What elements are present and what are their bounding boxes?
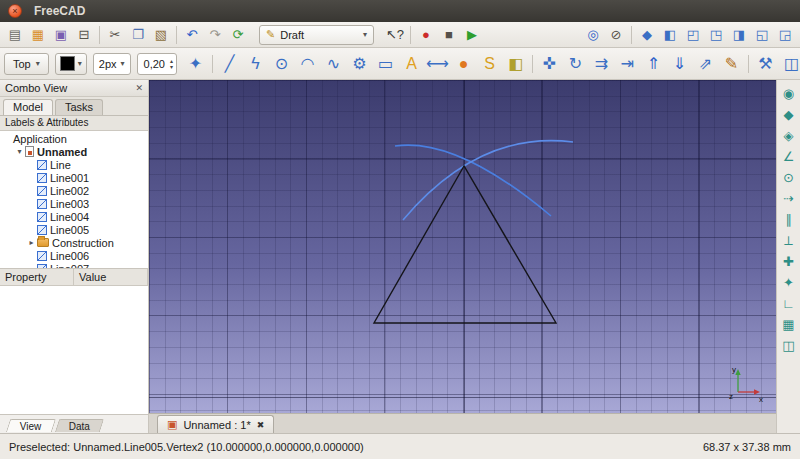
- snap-center-button[interactable]: ⊙: [779, 167, 799, 187]
- view-axonometric-button[interactable]: ◆: [636, 24, 658, 46]
- draft-toggle-construction-button[interactable]: ⚒: [753, 51, 778, 77]
- snap-working-plane-button[interactable]: ◫: [779, 335, 799, 355]
- macro-record-button[interactable]: ●: [415, 24, 437, 46]
- snap-parallel-button[interactable]: ∥: [779, 209, 799, 229]
- draft-select-plane-button[interactable]: ◫: [779, 51, 800, 77]
- print-document-button[interactable]: ⊟: [73, 24, 95, 46]
- sketch-triangle[interactable]: [374, 166, 556, 323]
- draft-dimension-button[interactable]: ⟷: [425, 51, 450, 77]
- draft-trimex-button[interactable]: ⇥: [615, 51, 640, 77]
- tree-item-line006[interactable]: Line006: [0, 249, 148, 262]
- macro-stop-button[interactable]: ■: [438, 24, 460, 46]
- tab-model[interactable]: Model: [3, 99, 53, 115]
- draft-bspline-button[interactable]: ∿: [321, 51, 346, 77]
- copy-button[interactable]: ❐: [127, 24, 149, 46]
- 3d-viewport[interactable]: y x z: [149, 80, 776, 413]
- draft-polyline-button[interactable]: ϟ: [243, 51, 268, 77]
- tree-item-label: Line004: [50, 211, 89, 223]
- line-color-button[interactable]: ▾: [55, 53, 87, 75]
- workbench-selector[interactable]: ✎ Draft ▾: [259, 25, 374, 45]
- draft-line-button[interactable]: ╱: [217, 51, 242, 77]
- draft-rectangle-button[interactable]: ▭: [373, 51, 398, 77]
- snap-midpoint-button[interactable]: ◈: [779, 125, 799, 145]
- snap-special-button[interactable]: ✦: [779, 272, 799, 292]
- view-rear-button[interactable]: ◨: [728, 24, 750, 46]
- undo-button[interactable]: ↶: [181, 24, 203, 46]
- tree-item-line005[interactable]: Line005: [0, 223, 148, 236]
- macro-execute-button[interactable]: ▶: [461, 24, 483, 46]
- tree-item-line003[interactable]: Line003: [0, 197, 148, 210]
- working-plane-button[interactable]: Top ▾: [4, 53, 49, 75]
- snap-endpoint-button[interactable]: ◆: [779, 104, 799, 124]
- save-document-button[interactable]: ▣: [50, 24, 72, 46]
- line-icon: [37, 160, 47, 170]
- draft-downgrade-button[interactable]: ⇓: [667, 51, 692, 77]
- collapse-arrow-icon[interactable]: ▾: [14, 147, 25, 156]
- tab-tasks[interactable]: Tasks: [55, 99, 103, 115]
- new-document-button[interactable]: ▤: [4, 24, 26, 46]
- view-left-button[interactable]: ◲: [774, 24, 796, 46]
- cut-button[interactable]: ✂: [104, 24, 126, 46]
- scale-spinbox[interactable]: 0,20 ▴ ▾: [137, 53, 177, 75]
- view-front-button[interactable]: ◧: [659, 24, 681, 46]
- whats-this-button[interactable]: ↖?: [384, 24, 406, 46]
- draft-rotate-button[interactable]: ↻: [563, 51, 588, 77]
- tab-view[interactable]: View: [6, 419, 56, 432]
- snap-working-plane-icon: ◫: [782, 339, 794, 352]
- draft-polygon-button[interactable]: ⚙: [347, 51, 372, 77]
- window-close-button[interactable]: ×: [8, 4, 22, 18]
- open-document-icon: ▦: [32, 28, 44, 41]
- tree-item-application[interactable]: Application: [0, 132, 148, 145]
- draft-edit-button[interactable]: ✎: [719, 51, 744, 77]
- draft-arc-button[interactable]: ◠: [295, 51, 320, 77]
- document-tab[interactable]: ▣Unnamed : 1*✖: [157, 415, 274, 433]
- draft-scale-button[interactable]: ⇗: [693, 51, 718, 77]
- view-bottom-button[interactable]: ◱: [751, 24, 773, 46]
- tree-item-label: Line001: [50, 172, 89, 184]
- refresh-button[interactable]: ⟳: [227, 24, 249, 46]
- tree-item-line004[interactable]: Line004: [0, 210, 148, 223]
- line-width-select[interactable]: 2px ▾: [93, 53, 131, 75]
- redo-button[interactable]: ↷: [204, 24, 226, 46]
- tree-item-line002[interactable]: Line002: [0, 184, 148, 197]
- snap-grid-button[interactable]: ▦: [779, 314, 799, 334]
- snap-ortho-button[interactable]: ∟: [779, 293, 799, 313]
- toolbar-separator: [631, 26, 632, 44]
- zoom-fit-all-button[interactable]: ◎: [582, 24, 604, 46]
- snap-intersection-button[interactable]: ✚: [779, 251, 799, 271]
- panel-close-icon[interactable]: ✕: [135, 83, 143, 93]
- line-icon: [37, 186, 47, 196]
- draft-point-button[interactable]: ●: [451, 51, 476, 77]
- scale-decrement-button[interactable]: ▾: [170, 64, 173, 70]
- draft-apply-style-button[interactable]: ✦: [183, 51, 208, 77]
- view-right-button[interactable]: ◳: [705, 24, 727, 46]
- view-top-button[interactable]: ◰: [682, 24, 704, 46]
- open-document-button[interactable]: ▦: [27, 24, 49, 46]
- draw-style-button[interactable]: ⊘: [605, 24, 627, 46]
- snap-lock-button[interactable]: ◉: [779, 83, 799, 103]
- tree-item-line[interactable]: Line: [0, 158, 148, 171]
- tree-item-line007[interactable]: Line007: [0, 262, 148, 269]
- draft-shapestring-button[interactable]: S: [477, 51, 502, 77]
- paste-button[interactable]: ▧: [150, 24, 172, 46]
- tab-data[interactable]: Data: [54, 419, 103, 432]
- tree-item-unnamed[interactable]: ▾Unnamed: [0, 145, 148, 158]
- tree-item-line001[interactable]: Line001: [0, 171, 148, 184]
- snap-perpendicular-button[interactable]: ⟂: [779, 230, 799, 250]
- snap-angle-button[interactable]: ∠: [779, 146, 799, 166]
- property-column-header[interactable]: Property: [0, 269, 74, 285]
- draft-move-button[interactable]: ✜: [537, 51, 562, 77]
- save-document-icon: ▣: [55, 28, 67, 41]
- document-tab-close-icon[interactable]: ✖: [257, 420, 265, 430]
- expand-arrow-icon[interactable]: ▸: [26, 238, 37, 247]
- draft-facebinder-button[interactable]: ◧: [503, 51, 528, 77]
- value-column-header[interactable]: Value: [74, 269, 148, 285]
- snap-ortho-icon: ∟: [782, 297, 795, 310]
- draft-upgrade-button[interactable]: ⇑: [641, 51, 666, 77]
- draft-offset-button[interactable]: ⇉: [589, 51, 614, 77]
- title-bar: × FreeCAD: [0, 0, 800, 22]
- draft-circle-button[interactable]: ⊙: [269, 51, 294, 77]
- tree-item-construction[interactable]: ▸Construction: [0, 236, 148, 249]
- draft-text-button[interactable]: A: [399, 51, 424, 77]
- snap-extension-button[interactable]: ⇢: [779, 188, 799, 208]
